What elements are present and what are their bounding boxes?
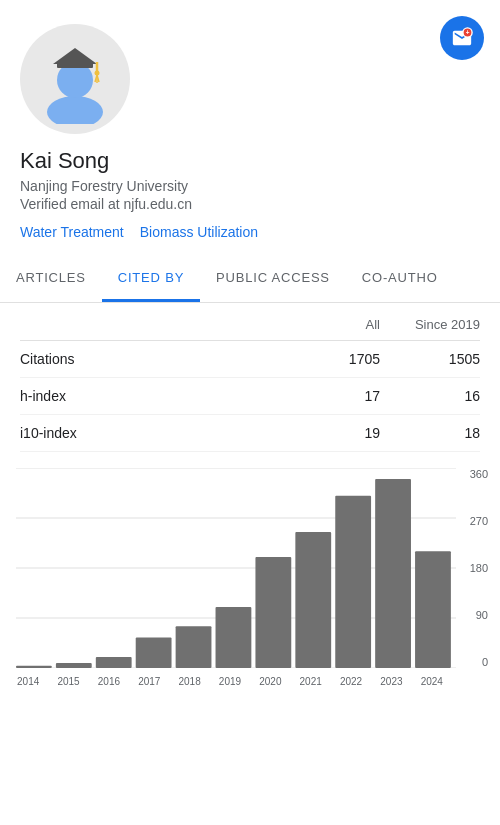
stats-row-citations: Citations 1705 1505 <box>20 341 480 378</box>
svg-point-2 <box>47 96 103 124</box>
stats-section: All Since 2019 Citations 1705 1505 h-ind… <box>0 303 500 452</box>
svg-rect-25 <box>375 479 411 668</box>
profile-section: + Kai Song Nanjing Forestry University V… <box>0 0 500 256</box>
x-label-2023: 2023 <box>371 672 411 687</box>
stats-col-since: Since 2019 <box>380 317 480 332</box>
y-label-0: 0 <box>456 656 488 668</box>
email-fab-button[interactable]: + <box>440 16 484 60</box>
x-label-2016: 2016 <box>89 672 129 687</box>
stats-row-i10index: i10-index 19 18 <box>20 415 480 452</box>
svg-rect-23 <box>295 532 331 668</box>
email-icon: + <box>451 27 473 49</box>
chart-wrapper: 360 270 180 90 0 <box>8 468 492 672</box>
hindex-since: 16 <box>380 388 480 404</box>
profile-institution: Nanjing Forestry University <box>20 178 480 194</box>
svg-rect-22 <box>255 557 291 668</box>
y-label-270: 270 <box>456 515 488 527</box>
i10index-all: 19 <box>300 425 380 441</box>
scholar-avatar-icon <box>35 34 115 124</box>
svg-rect-16 <box>16 666 52 668</box>
bar-chart-svg <box>16 468 456 668</box>
svg-rect-20 <box>176 626 212 668</box>
hindex-all: 17 <box>300 388 380 404</box>
svg-rect-24 <box>335 496 371 668</box>
x-label-2018: 2018 <box>169 672 209 687</box>
x-label-2015: 2015 <box>48 672 88 687</box>
citations-all: 1705 <box>300 351 380 367</box>
profile-name: Kai Song <box>20 148 480 174</box>
x-label-2020: 2020 <box>250 672 290 687</box>
stats-header-row: All Since 2019 <box>20 303 480 341</box>
y-label-180: 180 <box>456 562 488 574</box>
stats-row-hindex: h-index 17 16 <box>20 378 480 415</box>
svg-rect-21 <box>216 607 252 668</box>
avatar <box>20 24 130 134</box>
y-label-360: 360 <box>456 468 488 480</box>
svg-rect-19 <box>136 637 172 668</box>
x-label-2019: 2019 <box>210 672 250 687</box>
svg-point-7 <box>95 71 100 76</box>
tab-co-authors[interactable]: CO-AUTHO <box>346 256 454 302</box>
bars-wrapper <box>16 468 456 672</box>
tag-biomass[interactable]: Biomass Utilization <box>140 224 258 240</box>
x-label-2022: 2022 <box>331 672 371 687</box>
svg-rect-18 <box>96 657 132 668</box>
y-label-90: 90 <box>456 609 488 621</box>
tab-public-access[interactable]: PUBLIC ACCESS <box>200 256 346 302</box>
x-label-2014: 2014 <box>8 672 48 687</box>
hindex-label: h-index <box>20 388 300 404</box>
svg-marker-5 <box>53 48 97 64</box>
citations-label: Citations <box>20 351 300 367</box>
x-label-2021: 2021 <box>291 672 331 687</box>
tags-container: Water Treatment Biomass Utilization <box>20 224 480 240</box>
tabs-bar: ARTICLES CITED BY PUBLIC ACCESS CO-AUTHO <box>0 256 500 303</box>
x-axis-labels: 2014201520162017201820192020202120222023… <box>8 672 492 687</box>
chart-y-axis: 360 270 180 90 0 <box>456 468 488 668</box>
i10index-label: i10-index <box>20 425 300 441</box>
tab-cited-by[interactable]: CITED BY <box>102 256 200 302</box>
stats-col-all: All <box>300 317 380 332</box>
tab-articles[interactable]: ARTICLES <box>0 256 102 302</box>
i10index-since: 18 <box>380 425 480 441</box>
svg-rect-17 <box>56 663 92 668</box>
profile-email: Verified email at njfu.edu.cn <box>20 196 480 212</box>
citations-since: 1505 <box>380 351 480 367</box>
chart-section: 360 270 180 90 0 20142015201620172018201… <box>0 452 500 687</box>
svg-rect-26 <box>415 551 451 668</box>
svg-text:+: + <box>466 29 470 36</box>
x-label-2024: 2024 <box>412 672 452 687</box>
x-label-2017: 2017 <box>129 672 169 687</box>
tag-water-treatment[interactable]: Water Treatment <box>20 224 124 240</box>
